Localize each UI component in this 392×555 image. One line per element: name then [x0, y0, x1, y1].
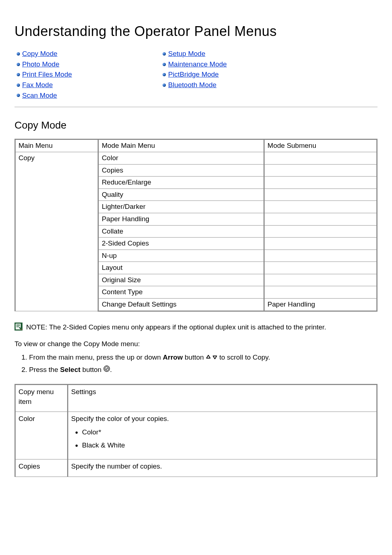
table-header-cell: Main Menu [15, 139, 98, 152]
toc-link[interactable]: Photo Mode [22, 60, 59, 69]
note-text: The 2-Sided Copies menu only appears if … [49, 323, 326, 331]
toc-link[interactable]: PictBridge Mode [168, 70, 219, 80]
arrow-up-down-icon [206, 355, 217, 360]
toc-link[interactable]: Scan Mode [22, 91, 57, 101]
instruction-steps: From the main menu, press the up or down… [29, 353, 377, 375]
settings-desc-cell: Specify the number of copies. [68, 459, 377, 477]
mode-main-menu-cell: Content Type [98, 286, 264, 299]
settings-item-cell: Color [15, 412, 68, 459]
instruction-step: From the main menu, press the up or down… [29, 353, 377, 362]
mode-submenu-cell [264, 177, 377, 189]
settings-option: Black & White [82, 441, 373, 450]
bullet-icon [17, 94, 20, 97]
bullet-icon [163, 52, 166, 56]
toc-link[interactable]: Bluetooth Mode [168, 80, 216, 90]
mode-main-menu-cell: Color [98, 152, 264, 164]
bullet-icon [17, 84, 20, 87]
bullet-icon [17, 63, 20, 66]
note-icon [15, 323, 23, 331]
table-of-contents: Copy ModePhoto ModePrint Files ModeFax M… [17, 48, 377, 101]
divider [15, 107, 377, 107]
bullet-icon [163, 73, 166, 76]
table-header-cell: Mode Main Menu [98, 139, 264, 152]
main-menu-cell: Copy [15, 152, 98, 311]
mode-submenu-cell [264, 286, 377, 299]
toc-link[interactable]: Copy Mode [22, 49, 57, 59]
bullet-icon [163, 84, 166, 87]
copy-settings-table: Copy menu itemSettingsColorSpecify the c… [15, 384, 377, 477]
mode-submenu-cell [264, 152, 377, 164]
mode-submenu-cell [264, 250, 377, 262]
mode-submenu-cell [264, 164, 377, 177]
toc-link[interactable]: Print Files Mode [22, 70, 72, 80]
mode-submenu-cell [264, 225, 377, 238]
mode-submenu-cell [264, 238, 377, 250]
mode-main-menu-cell: 2-Sided Copies [98, 238, 264, 250]
instruction-step: Press the Select button . [29, 365, 377, 375]
instruction-intro: To view or change the Copy Mode menu: [15, 339, 377, 349]
mode-main-menu-cell: Copies [98, 164, 264, 177]
select-button-icon [103, 365, 110, 372]
mode-main-menu-cell: Quality [98, 189, 264, 201]
toc-link[interactable]: Fax Mode [22, 80, 53, 90]
mode-submenu-cell [264, 213, 377, 225]
note-block: NOTE: The 2-Sided Copies menu only appea… [15, 323, 377, 332]
mode-submenu-cell [264, 201, 377, 213]
settings-desc-cell: Specify the color of your copies.Color*B… [68, 412, 377, 459]
mode-main-menu-cell: Layout [98, 262, 264, 274]
mode-submenu-cell [264, 274, 377, 286]
settings-item-cell: Copies [15, 459, 68, 477]
table-header-cell: Copy menu item [15, 385, 68, 412]
mode-submenu-cell [264, 262, 377, 274]
mode-main-menu-cell: Original Size [98, 274, 264, 286]
mode-submenu-cell: Paper Handling [264, 299, 377, 311]
settings-option: Color* [82, 428, 373, 437]
mode-main-menu-cell: N-up [98, 250, 264, 262]
page-title: Understanding the Operator Panel Menus [15, 22, 377, 41]
note-label: NOTE: [26, 323, 47, 331]
section-heading-copy-mode: Copy Mode [15, 118, 377, 132]
mode-main-menu-cell: Reduce/Enlarge [98, 177, 264, 189]
table-header-cell: Mode Submenu [264, 139, 377, 152]
toc-link[interactable]: Maintenance Mode [168, 60, 227, 69]
mode-main-menu-cell: Lighter/Darker [98, 201, 264, 213]
table-header-cell: Settings [68, 385, 377, 412]
bullet-icon [17, 73, 20, 76]
mode-main-menu-cell: Paper Handling [98, 213, 264, 225]
copy-mode-menu-table: Main MenuMode Main MenuMode SubmenuCopyC… [15, 139, 377, 311]
mode-main-menu-cell: Collate [98, 225, 264, 238]
bullet-icon [17, 52, 20, 56]
toc-link[interactable]: Setup Mode [168, 49, 205, 59]
bullet-icon [163, 63, 166, 66]
mode-main-menu-cell: Change Default Settings [98, 299, 264, 311]
mode-submenu-cell [264, 189, 377, 201]
